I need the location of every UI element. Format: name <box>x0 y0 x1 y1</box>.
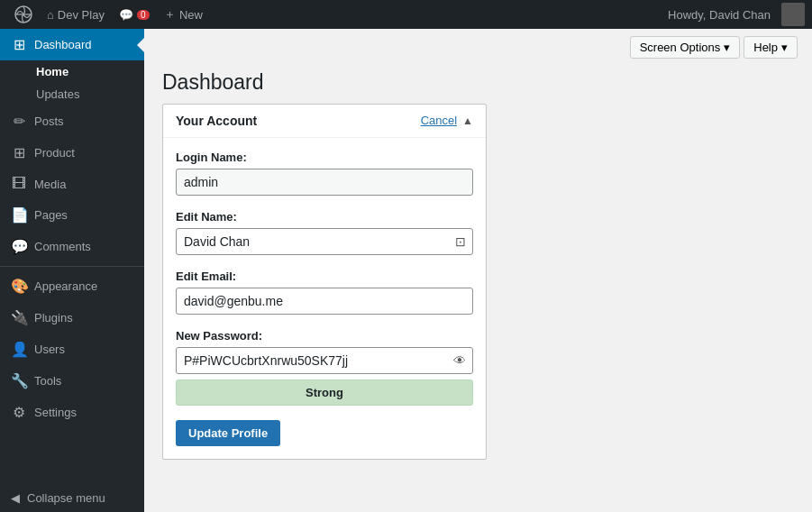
pages-icon: 📄 <box>11 206 27 224</box>
help-chevron-icon: ▾ <box>781 41 788 54</box>
new-password-input[interactable] <box>176 347 473 374</box>
content-header: Screen Options ▾ Help ▾ <box>144 29 812 66</box>
sidebar-comments-label: Comments <box>34 240 91 253</box>
site-name-button[interactable]: ⌂ Dev Play <box>40 0 112 29</box>
sidebar-item-dashboard[interactable]: ⊞ Dashboard <box>0 29 144 60</box>
cancel-link[interactable]: Cancel <box>421 114 457 127</box>
sidebar-item-settings[interactable]: ⚙ Settings <box>0 397 144 428</box>
update-btn-label: Update Profile <box>188 426 268 440</box>
sidebar-sub-item-updates[interactable]: Updates <box>0 83 144 105</box>
new-password-group: New Password: 👁 Strong <box>176 329 473 406</box>
media-icon: 🎞 <box>11 176 27 192</box>
sidebar-users-label: Users <box>34 343 65 356</box>
login-name-label: Login Name: <box>176 151 473 164</box>
plus-icon: ＋ <box>164 6 176 23</box>
sidebar-item-media[interactable]: 🎞 Media <box>0 169 144 199</box>
site-name-label: Dev Play <box>58 8 105 22</box>
comment-icon: 💬 <box>119 8 133 22</box>
sidebar-collapse-button[interactable]: ◀ Collapse menu <box>0 484 144 512</box>
help-label: Help <box>753 41 778 54</box>
top-bar: ⌂ Dev Play 💬 0 ＋ New Howdy, David Chan <box>0 0 812 29</box>
tools-icon: 🔧 <box>11 372 27 389</box>
sidebar-sub-item-home[interactable]: Home <box>0 60 144 83</box>
password-toggle-icon[interactable]: 👁 <box>453 353 466 368</box>
card-collapse-icon[interactable]: ▲ <box>462 114 473 127</box>
new-label: New <box>179 8 203 22</box>
login-name-group: Login Name: <box>176 151 473 196</box>
sidebar-pages-label: Pages <box>34 208 68 222</box>
sidebar-home-label: Home <box>36 65 68 78</box>
screen-options-chevron-icon: ▾ <box>724 41 730 54</box>
edit-email-group: Edit Email: <box>176 270 473 315</box>
help-button[interactable]: Help ▾ <box>744 36 798 59</box>
sidebar-item-users[interactable]: 👤 Users <box>0 334 144 365</box>
card-title: Your Account <box>176 114 257 128</box>
sidebar: ⊞ Dashboard Home Updates ✏ Posts ⊞ Produ… <box>0 29 144 512</box>
appearance-icon: 🎨 <box>11 278 27 295</box>
sidebar-tools-label: Tools <box>34 374 61 388</box>
sidebar-settings-label: Settings <box>34 406 77 419</box>
password-strength-bar: Strong <box>176 379 473 406</box>
sidebar-divider <box>0 266 144 267</box>
card-header: Your Account Cancel ▲ <box>163 105 486 138</box>
dashboard-card: Your Account Cancel ▲ Login Name: Edit N… <box>162 104 487 460</box>
sidebar-plugins-label: Plugins <box>34 311 73 325</box>
comments-nav-icon: 💬 <box>11 238 27 255</box>
page-title: Dashboard <box>162 69 794 96</box>
name-input-wrapper: ⊡ <box>176 228 473 255</box>
sidebar-media-label: Media <box>34 178 66 191</box>
sidebar-appearance-label: Appearance <box>34 279 97 293</box>
sidebar-item-comments[interactable]: 💬 Comments <box>0 231 144 262</box>
comments-button[interactable]: 💬 0 <box>112 0 157 29</box>
strength-label: Strong <box>306 386 343 399</box>
plugins-icon: 🔌 <box>11 309 27 326</box>
product-icon: ⊞ <box>11 144 27 161</box>
main-content: Screen Options ▾ Help ▾ Dashboard Your A… <box>144 29 812 512</box>
wp-logo-icon <box>14 5 32 23</box>
wp-logo-button[interactable] <box>7 0 40 29</box>
edit-name-group: Edit Name: ⊡ <box>176 210 473 255</box>
comments-count: 0 <box>137 10 150 20</box>
screen-options-label: Screen Options <box>640 41 721 54</box>
edit-email-label: Edit Email: <box>176 270 473 283</box>
card-header-right: Cancel ▲ <box>421 114 473 127</box>
edit-name-input[interactable] <box>176 228 473 255</box>
new-password-label: New Password: <box>176 329 473 343</box>
posts-icon: ✏ <box>11 113 27 130</box>
top-bar-right: Howdy, David Chan <box>661 3 805 26</box>
layout: ⊞ Dashboard Home Updates ✏ Posts ⊞ Produ… <box>0 29 812 512</box>
edit-name-label: Edit Name: <box>176 210 473 224</box>
users-icon: 👤 <box>11 341 27 358</box>
settings-icon: ⚙ <box>11 404 27 421</box>
edit-name-icon: ⊡ <box>455 234 466 249</box>
update-profile-button[interactable]: Update Profile <box>176 420 280 446</box>
sidebar-item-appearance[interactable]: 🎨 Appearance <box>0 270 144 302</box>
sidebar-updates-label: Updates <box>36 87 79 101</box>
sidebar-product-label: Product <box>34 146 75 160</box>
edit-email-input[interactable] <box>176 288 473 315</box>
sidebar-item-plugins[interactable]: 🔌 Plugins <box>0 302 144 334</box>
screen-options-button[interactable]: Screen Options ▾ <box>630 36 741 59</box>
login-name-input[interactable] <box>176 169 473 196</box>
sidebar-item-product[interactable]: ⊞ Product <box>0 137 144 169</box>
collapse-icon: ◀ <box>11 491 20 505</box>
user-avatar[interactable] <box>781 3 805 26</box>
collapse-label: Collapse menu <box>27 491 105 505</box>
sidebar-item-pages[interactable]: 📄 Pages <box>0 199 144 231</box>
page-title-area: Dashboard <box>144 66 812 104</box>
new-content-button[interactable]: ＋ New <box>157 0 210 29</box>
sidebar-item-posts[interactable]: ✏ Posts <box>0 105 144 137</box>
sidebar-item-tools[interactable]: 🔧 Tools <box>0 365 144 397</box>
house-icon: ⌂ <box>47 8 54 22</box>
sidebar-dashboard-label: Dashboard <box>34 38 92 51</box>
topbar-username: David Chan <box>709 8 771 22</box>
dashboard-icon: ⊞ <box>11 36 27 53</box>
howdy-text: Howdy, David Chan <box>661 8 778 22</box>
card-body: Login Name: Edit Name: ⊡ Edit Email: New… <box>163 138 486 459</box>
password-wrapper: 👁 <box>176 347 473 374</box>
sidebar-posts-label: Posts <box>34 114 64 128</box>
